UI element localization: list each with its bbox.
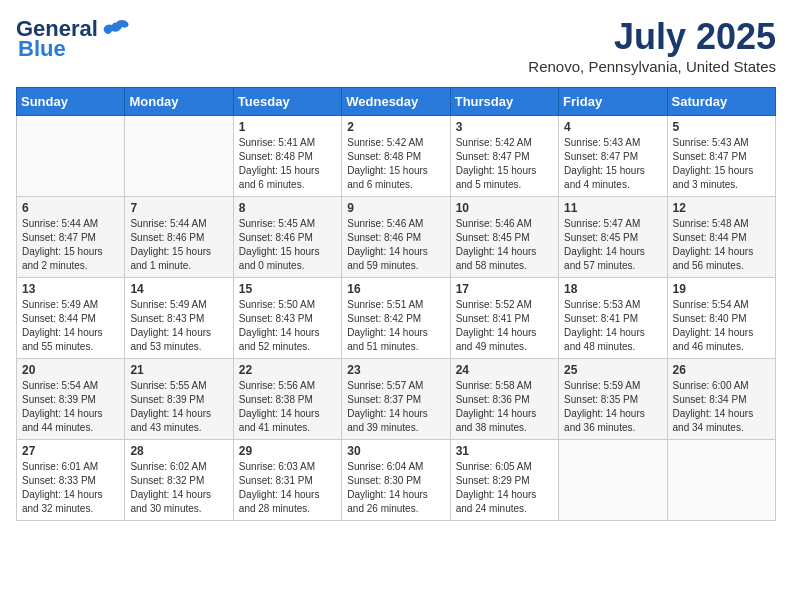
day-info: Sunrise: 5:43 AM Sunset: 8:47 PM Dayligh… [673, 136, 770, 192]
day-info: Sunrise: 5:43 AM Sunset: 8:47 PM Dayligh… [564, 136, 661, 192]
day-number: 1 [239, 120, 336, 134]
weekday-header: Saturday [667, 88, 775, 116]
calendar-week-row: 27Sunrise: 6:01 AM Sunset: 8:33 PM Dayli… [17, 440, 776, 521]
day-info: Sunrise: 6:01 AM Sunset: 8:33 PM Dayligh… [22, 460, 119, 516]
day-number: 11 [564, 201, 661, 215]
day-number: 14 [130, 282, 227, 296]
weekday-header: Monday [125, 88, 233, 116]
calendar-cell: 10Sunrise: 5:46 AM Sunset: 8:45 PM Dayli… [450, 197, 558, 278]
calendar-cell [667, 440, 775, 521]
day-number: 21 [130, 363, 227, 377]
day-number: 3 [456, 120, 553, 134]
calendar-cell [125, 116, 233, 197]
calendar-cell: 7Sunrise: 5:44 AM Sunset: 8:46 PM Daylig… [125, 197, 233, 278]
calendar-cell: 11Sunrise: 5:47 AM Sunset: 8:45 PM Dayli… [559, 197, 667, 278]
title-block: July 2025 Renovo, Pennsylvania, United S… [528, 16, 776, 75]
day-info: Sunrise: 5:53 AM Sunset: 8:41 PM Dayligh… [564, 298, 661, 354]
day-info: Sunrise: 5:50 AM Sunset: 8:43 PM Dayligh… [239, 298, 336, 354]
calendar-cell: 30Sunrise: 6:04 AM Sunset: 8:30 PM Dayli… [342, 440, 450, 521]
logo-blue: Blue [18, 36, 66, 62]
day-info: Sunrise: 6:03 AM Sunset: 8:31 PM Dayligh… [239, 460, 336, 516]
day-number: 12 [673, 201, 770, 215]
day-info: Sunrise: 5:46 AM Sunset: 8:46 PM Dayligh… [347, 217, 444, 273]
calendar-cell: 6Sunrise: 5:44 AM Sunset: 8:47 PM Daylig… [17, 197, 125, 278]
day-number: 13 [22, 282, 119, 296]
calendar-cell: 31Sunrise: 6:05 AM Sunset: 8:29 PM Dayli… [450, 440, 558, 521]
day-number: 23 [347, 363, 444, 377]
day-number: 6 [22, 201, 119, 215]
day-info: Sunrise: 5:42 AM Sunset: 8:48 PM Dayligh… [347, 136, 444, 192]
day-info: Sunrise: 5:41 AM Sunset: 8:48 PM Dayligh… [239, 136, 336, 192]
calendar-cell: 29Sunrise: 6:03 AM Sunset: 8:31 PM Dayli… [233, 440, 341, 521]
calendar-cell: 12Sunrise: 5:48 AM Sunset: 8:44 PM Dayli… [667, 197, 775, 278]
calendar-cell: 2Sunrise: 5:42 AM Sunset: 8:48 PM Daylig… [342, 116, 450, 197]
day-number: 20 [22, 363, 119, 377]
calendar-cell: 16Sunrise: 5:51 AM Sunset: 8:42 PM Dayli… [342, 278, 450, 359]
day-number: 7 [130, 201, 227, 215]
day-info: Sunrise: 5:51 AM Sunset: 8:42 PM Dayligh… [347, 298, 444, 354]
day-info: Sunrise: 5:44 AM Sunset: 8:47 PM Dayligh… [22, 217, 119, 273]
calendar-cell: 19Sunrise: 5:54 AM Sunset: 8:40 PM Dayli… [667, 278, 775, 359]
month-title: July 2025 [528, 16, 776, 58]
calendar-cell [17, 116, 125, 197]
calendar-cell: 17Sunrise: 5:52 AM Sunset: 8:41 PM Dayli… [450, 278, 558, 359]
day-number: 4 [564, 120, 661, 134]
day-number: 2 [347, 120, 444, 134]
day-info: Sunrise: 5:49 AM Sunset: 8:44 PM Dayligh… [22, 298, 119, 354]
day-number: 16 [347, 282, 444, 296]
day-info: Sunrise: 5:58 AM Sunset: 8:36 PM Dayligh… [456, 379, 553, 435]
day-number: 19 [673, 282, 770, 296]
day-info: Sunrise: 5:52 AM Sunset: 8:41 PM Dayligh… [456, 298, 553, 354]
calendar-cell: 3Sunrise: 5:42 AM Sunset: 8:47 PM Daylig… [450, 116, 558, 197]
day-info: Sunrise: 6:05 AM Sunset: 8:29 PM Dayligh… [456, 460, 553, 516]
calendar-week-row: 1Sunrise: 5:41 AM Sunset: 8:48 PM Daylig… [17, 116, 776, 197]
day-number: 5 [673, 120, 770, 134]
day-info: Sunrise: 6:04 AM Sunset: 8:30 PM Dayligh… [347, 460, 444, 516]
day-info: Sunrise: 6:02 AM Sunset: 8:32 PM Dayligh… [130, 460, 227, 516]
calendar-cell: 9Sunrise: 5:46 AM Sunset: 8:46 PM Daylig… [342, 197, 450, 278]
page-header: General Blue July 2025 Renovo, Pennsylva… [16, 16, 776, 75]
calendar-cell: 1Sunrise: 5:41 AM Sunset: 8:48 PM Daylig… [233, 116, 341, 197]
weekday-header: Sunday [17, 88, 125, 116]
day-number: 15 [239, 282, 336, 296]
day-number: 9 [347, 201, 444, 215]
calendar-cell: 15Sunrise: 5:50 AM Sunset: 8:43 PM Dayli… [233, 278, 341, 359]
day-number: 18 [564, 282, 661, 296]
day-info: Sunrise: 5:45 AM Sunset: 8:46 PM Dayligh… [239, 217, 336, 273]
day-number: 10 [456, 201, 553, 215]
weekday-header: Wednesday [342, 88, 450, 116]
location: Renovo, Pennsylvania, United States [528, 58, 776, 75]
day-number: 29 [239, 444, 336, 458]
weekday-header-row: SundayMondayTuesdayWednesdayThursdayFrid… [17, 88, 776, 116]
day-info: Sunrise: 6:00 AM Sunset: 8:34 PM Dayligh… [673, 379, 770, 435]
weekday-header: Tuesday [233, 88, 341, 116]
day-number: 17 [456, 282, 553, 296]
calendar-week-row: 6Sunrise: 5:44 AM Sunset: 8:47 PM Daylig… [17, 197, 776, 278]
day-number: 31 [456, 444, 553, 458]
calendar-cell: 25Sunrise: 5:59 AM Sunset: 8:35 PM Dayli… [559, 359, 667, 440]
calendar-cell: 21Sunrise: 5:55 AM Sunset: 8:39 PM Dayli… [125, 359, 233, 440]
day-number: 8 [239, 201, 336, 215]
calendar-cell: 23Sunrise: 5:57 AM Sunset: 8:37 PM Dayli… [342, 359, 450, 440]
calendar-cell [559, 440, 667, 521]
logo: General Blue [16, 16, 130, 62]
logo-bird-icon [102, 19, 130, 39]
calendar-cell: 26Sunrise: 6:00 AM Sunset: 8:34 PM Dayli… [667, 359, 775, 440]
day-info: Sunrise: 5:59 AM Sunset: 8:35 PM Dayligh… [564, 379, 661, 435]
day-info: Sunrise: 5:46 AM Sunset: 8:45 PM Dayligh… [456, 217, 553, 273]
day-number: 24 [456, 363, 553, 377]
calendar-cell: 22Sunrise: 5:56 AM Sunset: 8:38 PM Dayli… [233, 359, 341, 440]
day-number: 27 [22, 444, 119, 458]
day-info: Sunrise: 5:42 AM Sunset: 8:47 PM Dayligh… [456, 136, 553, 192]
calendar-cell: 4Sunrise: 5:43 AM Sunset: 8:47 PM Daylig… [559, 116, 667, 197]
calendar-cell: 8Sunrise: 5:45 AM Sunset: 8:46 PM Daylig… [233, 197, 341, 278]
calendar-cell: 27Sunrise: 6:01 AM Sunset: 8:33 PM Dayli… [17, 440, 125, 521]
day-info: Sunrise: 5:57 AM Sunset: 8:37 PM Dayligh… [347, 379, 444, 435]
day-number: 28 [130, 444, 227, 458]
calendar-week-row: 20Sunrise: 5:54 AM Sunset: 8:39 PM Dayli… [17, 359, 776, 440]
day-info: Sunrise: 5:48 AM Sunset: 8:44 PM Dayligh… [673, 217, 770, 273]
calendar-cell: 28Sunrise: 6:02 AM Sunset: 8:32 PM Dayli… [125, 440, 233, 521]
day-number: 30 [347, 444, 444, 458]
day-info: Sunrise: 5:47 AM Sunset: 8:45 PM Dayligh… [564, 217, 661, 273]
weekday-header: Thursday [450, 88, 558, 116]
